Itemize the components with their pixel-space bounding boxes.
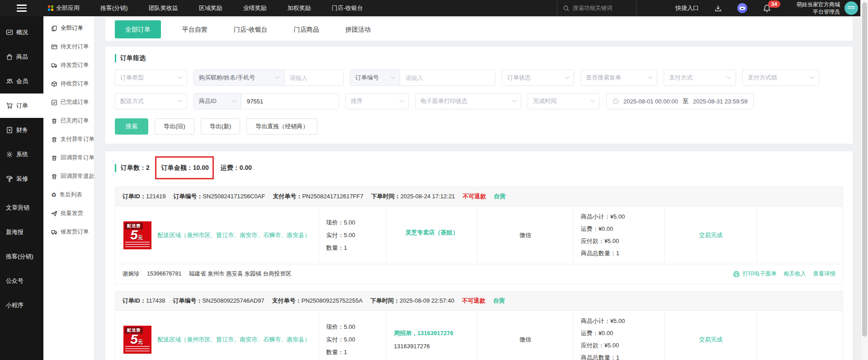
buyer-key-select[interactable]: 购买昵称/姓名/手机号 [194,70,284,85]
sidebar-item-members[interactable]: 会员 [0,69,43,94]
freight: 运费：¥0.00 [581,329,658,337]
assistant-robot-icon[interactable] [737,3,747,13]
first-order-select[interactable]: 是否搜索首单 [580,70,657,86]
select-placeholder: 是否搜索首单 [586,74,621,82]
select-placeholder: 排序 [351,97,363,105]
submenu-callback-abnormal[interactable]: 回调异常订单 [43,149,94,167]
submenu-all-orders[interactable]: 全部订单 [43,19,94,37]
notification-bell-icon[interactable]: 34 [763,4,771,13]
topnav-store-cashier[interactable]: 门店-收银台 [332,4,363,12]
export-new-button[interactable]: 导出(新) [201,118,241,135]
sidebar-item-new-poster[interactable]: 新海报 [0,220,43,244]
topnav-all-apps[interactable]: 全部应用 [48,4,80,12]
chevron-down-icon [400,98,404,102]
goods-id-select[interactable]: 商品ID [194,94,241,109]
freight: 运费：¥0.00 [581,225,658,233]
sidebar-label: 会员 [16,77,28,85]
related-income-link[interactable]: 相关收入 [783,270,806,278]
sidebar-label: 装修 [16,175,28,183]
submenu-pending-shipment[interactable]: 待发货订单 [43,56,94,75]
eface-print-status-select[interactable]: 电子面单打印状态 [415,93,521,109]
sidebar-item-finance[interactable]: ¥ 财务 [0,118,43,142]
export-direct-button[interactable]: 导出直推（经销商） [246,118,317,135]
topbar-nav: 全部应用 推客(分销) 团队奖收益 区域奖励 业绩奖励 加权奖励 门店-收银台 [48,4,363,12]
buyer-key-input[interactable] [284,70,343,85]
date-range-picker[interactable]: 2025-08-01 00:00:00 至 2025-08-31 23:59:5… [606,93,754,109]
pay-method-value: 微信 [519,336,531,344]
clock-icon [613,98,619,104]
avatar[interactable] [844,1,858,15]
order-no-group: 订单编号 [350,70,495,86]
topnav-performance-reward[interactable]: 业绩奖励 [243,4,267,12]
tab-store-goods[interactable]: 门店商品 [281,20,332,38]
product-image[interactable]: 配送费 5元 [123,326,151,354]
tab-group-activity[interactable]: 拼团活动 [332,20,384,38]
quick-entry-link[interactable]: 快捷入口 [675,4,699,12]
download-icon[interactable] [714,5,722,12]
product-name-link[interactable]: 配送区域（泉州市区、晋江市、南安市、石狮市、惠安县） [157,230,310,240]
submenu-pending-payment[interactable]: 待支付订单 [43,37,94,56]
sidebar-item-orders[interactable]: 订单 [0,94,43,118]
receiver-phone: 15396676781 [147,271,181,277]
sidebar-item-system[interactable]: 系统 [0,142,43,167]
view-detail-link[interactable]: 查看详情 [813,270,835,278]
order-amount-red-box: 订单金额：10.00 [161,164,209,172]
submenu-urge-shipment[interactable]: 催发货订单 [43,223,94,241]
sidebar-item-distribution[interactable]: 推客(分销) [0,244,43,269]
chevron-down-icon [391,74,396,79]
finish-time-select[interactable]: 完成时间 [528,93,600,109]
filter-row-2: 配送方式 商品ID 排序 电子面单打印状态 完成时间 [115,93,843,109]
vertical-scrollbar [860,0,868,360]
topnav-distribution[interactable]: 推客(分销) [100,4,128,12]
search-input[interactable] [573,5,627,11]
sidebar-item-article-marketing[interactable]: 文章营销 [0,196,43,220]
submenu-closed[interactable]: 已关闭订单 [43,112,94,130]
goods-id-input[interactable] [241,94,339,109]
submenu-payment-abnormal[interactable]: 支付异常订单 [43,130,94,149]
topnav-region-reward[interactable]: 区域奖励 [199,4,222,12]
order-no-select[interactable]: 订单编号 [350,70,400,85]
tab-platform-self[interactable]: 平台自营 [169,20,221,38]
sidebar-item-mini-program[interactable]: 小程序 [0,293,43,318]
submenu-label: 回调异常订单 [61,154,94,162]
tab-all-orders[interactable]: 全部订单 [115,20,161,38]
tab-store-cashier[interactable]: 门店-收银台 [221,20,281,38]
order-filter-panel: 订单筛选 订单类型 购买昵称/姓名/手机号 订单编号 [105,47,853,144]
chevron-down-icon [648,74,653,79]
submenu-completed[interactable]: 已完成订单 [43,93,94,112]
print-eface-link[interactable]: 打印电子面单 [733,270,777,278]
export-old-button[interactable]: 导出(旧) [155,118,194,135]
buyer-name-link[interactable]: 周招弟，13163917276 [394,329,453,337]
sidebar-item-overview[interactable]: 概况 [0,20,43,45]
submenu-after-sales[interactable]: ♻ 售后列表 [43,186,94,204]
search-button[interactable]: 搜索 [115,118,148,135]
product-image[interactable]: 配送费 5元 [123,221,151,249]
topnav-weighted-reward[interactable]: 加权奖励 [288,4,311,12]
delivery-select[interactable]: 配送方式 [115,93,187,109]
order-status: 交易完成 [699,231,722,239]
sidebar-item-goods[interactable]: 商品 [0,45,43,69]
pay-group-select[interactable]: 支付方式组 [742,70,819,86]
submenu-callback-refund[interactable]: 回调异常退款 [43,167,94,186]
sidebar-item-official-account[interactable]: 公众号 [0,269,43,293]
sidebar-item-decorate[interactable]: 装修 [0,167,43,191]
sort-select[interactable]: 排序 [345,93,409,109]
order-no-input[interactable] [400,70,495,85]
order-status-select[interactable]: 订单状态 [502,70,574,86]
payable: 应付款：¥5.00 [581,237,658,245]
submenu-pending-receipt[interactable]: 待收货订单 [43,75,94,93]
scrollbar-thumb[interactable] [862,2,867,337]
store-name-link[interactable]: 灵芝专卖店（茶姐） [406,229,458,237]
sidebar-label: 新海报 [6,228,24,236]
receiver-address: 福建省 泉州市 惠安县 东园镇 台商投资区 [189,271,291,277]
product-name-link[interactable]: 配送区域（泉州市区、晋江市、南安市、石狮市、惠安县） [157,335,310,344]
topnav-team-reward[interactable]: 团队奖收益 [149,4,178,12]
submenu-batch-shipment[interactable]: 批量发货 [43,204,94,223]
topnav-label: 区域奖励 [199,4,222,12]
pay-method-select[interactable]: 支付方式 [664,70,736,86]
select-placeholder: 配送方式 [120,97,144,105]
sidebar-label: 财务 [16,126,28,134]
order-type-select[interactable]: 订单类型 [115,70,187,86]
hamburger-menu-icon[interactable] [0,5,43,12]
select-placeholder: 支付方式 [669,74,693,82]
